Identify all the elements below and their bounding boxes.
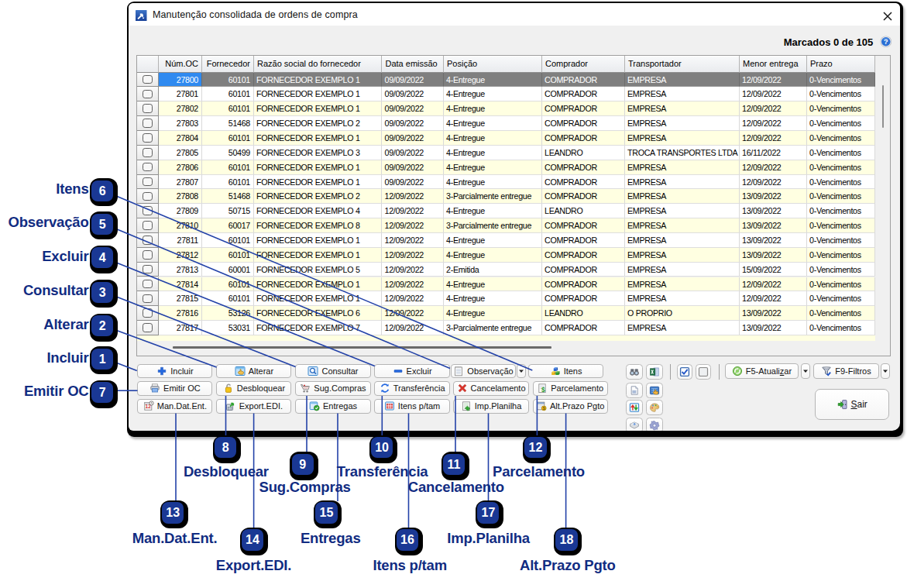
svg-text:$: $ (543, 406, 545, 411)
svg-text:?: ? (884, 37, 888, 46)
svg-text:$: $ (541, 386, 545, 394)
